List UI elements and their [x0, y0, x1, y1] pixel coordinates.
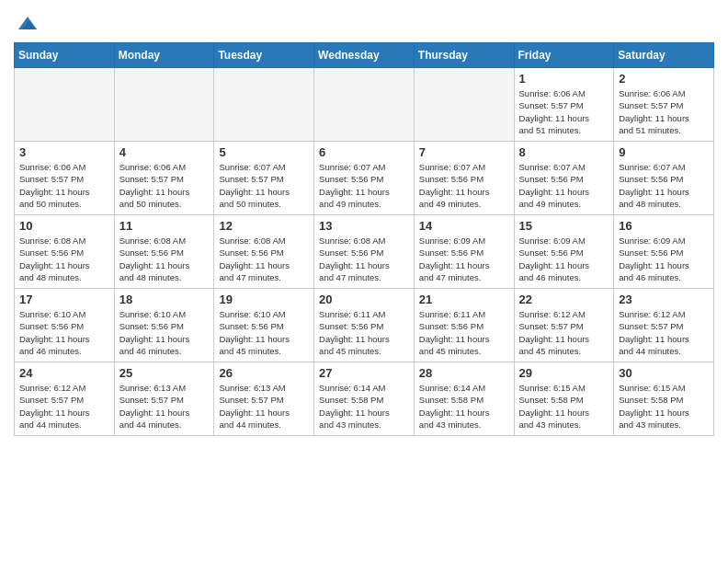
- day-number: 29: [519, 366, 609, 380]
- day-number: 13: [319, 219, 409, 233]
- day-number: 5: [219, 145, 309, 159]
- day-info: Sunrise: 6:15 AMSunset: 5:58 PMDaylight:…: [619, 382, 709, 431]
- calendar-cell: 18Sunrise: 6:10 AMSunset: 5:56 PMDayligh…: [114, 289, 214, 362]
- day-info: Sunrise: 6:11 AMSunset: 5:56 PMDaylight:…: [419, 308, 509, 357]
- day-info: Sunrise: 6:12 AMSunset: 5:57 PMDaylight:…: [619, 308, 709, 357]
- day-number: 27: [319, 366, 409, 380]
- day-info: Sunrise: 6:11 AMSunset: 5:56 PMDaylight:…: [319, 308, 409, 357]
- day-info: Sunrise: 6:07 AMSunset: 5:56 PMDaylight:…: [519, 161, 609, 210]
- calendar-cell: [414, 68, 514, 142]
- calendar-cell: 29Sunrise: 6:15 AMSunset: 5:58 PMDayligh…: [514, 362, 614, 436]
- calendar-cell: 1Sunrise: 6:06 AMSunset: 5:57 PMDaylight…: [514, 68, 614, 142]
- day-info: Sunrise: 6:09 AMSunset: 5:56 PMDaylight:…: [519, 235, 609, 283]
- day-number: 14: [419, 219, 509, 233]
- calendar-cell: 20Sunrise: 6:11 AMSunset: 5:56 PMDayligh…: [314, 289, 415, 362]
- day-number: 3: [19, 145, 109, 159]
- day-info: Sunrise: 6:14 AMSunset: 5:58 PMDaylight:…: [419, 382, 509, 431]
- day-info: Sunrise: 6:08 AMSunset: 5:56 PMDaylight:…: [319, 235, 409, 283]
- day-info: Sunrise: 6:12 AMSunset: 5:57 PMDaylight:…: [19, 382, 109, 431]
- weekday-header: Wednesday: [314, 43, 415, 68]
- calendar-cell: 3Sunrise: 6:06 AMSunset: 5:57 PMDaylight…: [15, 142, 115, 215]
- calendar-cell: 27Sunrise: 6:14 AMSunset: 5:58 PMDayligh…: [314, 362, 415, 436]
- day-info: Sunrise: 6:08 AMSunset: 5:56 PMDaylight:…: [119, 235, 210, 283]
- calendar-cell: 16Sunrise: 6:09 AMSunset: 5:56 PMDayligh…: [614, 215, 714, 289]
- day-info: Sunrise: 6:09 AMSunset: 5:56 PMDaylight:…: [419, 235, 509, 283]
- day-number: 7: [419, 145, 509, 159]
- calendar-cell: [214, 68, 314, 142]
- calendar-cell: [314, 68, 415, 142]
- day-info: Sunrise: 6:06 AMSunset: 5:57 PMDaylight:…: [19, 161, 109, 210]
- calendar-cell: 6Sunrise: 6:07 AMSunset: 5:56 PMDaylight…: [314, 142, 415, 215]
- calendar-cell: 19Sunrise: 6:10 AMSunset: 5:56 PMDayligh…: [214, 289, 314, 362]
- day-info: Sunrise: 6:07 AMSunset: 5:56 PMDaylight:…: [419, 161, 509, 210]
- day-number: 4: [119, 145, 210, 159]
- calendar-week-row: 17Sunrise: 6:10 AMSunset: 5:56 PMDayligh…: [15, 289, 714, 362]
- day-info: Sunrise: 6:10 AMSunset: 5:56 PMDaylight:…: [19, 308, 109, 357]
- day-info: Sunrise: 6:15 AMSunset: 5:58 PMDaylight:…: [519, 382, 609, 431]
- weekday-header: Friday: [514, 43, 614, 68]
- calendar-cell: 11Sunrise: 6:08 AMSunset: 5:56 PMDayligh…: [114, 215, 214, 289]
- calendar-header-row: SundayMondayTuesdayWednesdayThursdayFrid…: [15, 43, 714, 68]
- day-info: Sunrise: 6:08 AMSunset: 5:56 PMDaylight:…: [19, 235, 109, 283]
- weekday-header: Tuesday: [214, 43, 314, 68]
- calendar-cell: 13Sunrise: 6:08 AMSunset: 5:56 PMDayligh…: [314, 215, 415, 289]
- calendar-cell: 24Sunrise: 6:12 AMSunset: 5:57 PMDayligh…: [15, 362, 115, 436]
- calendar-cell: [114, 68, 214, 142]
- day-info: Sunrise: 6:13 AMSunset: 5:57 PMDaylight:…: [119, 382, 210, 431]
- day-number: 12: [219, 219, 309, 233]
- day-info: Sunrise: 6:07 AMSunset: 5:56 PMDaylight:…: [619, 161, 709, 210]
- calendar-cell: 14Sunrise: 6:09 AMSunset: 5:56 PMDayligh…: [414, 215, 514, 289]
- calendar-cell: [15, 68, 115, 142]
- calendar-cell: 10Sunrise: 6:08 AMSunset: 5:56 PMDayligh…: [15, 215, 115, 289]
- calendar-cell: 12Sunrise: 6:08 AMSunset: 5:56 PMDayligh…: [214, 215, 314, 289]
- calendar-cell: 26Sunrise: 6:13 AMSunset: 5:57 PMDayligh…: [214, 362, 314, 436]
- day-info: Sunrise: 6:07 AMSunset: 5:57 PMDaylight:…: [219, 161, 309, 210]
- day-number: 1: [519, 72, 609, 86]
- calendar-cell: 21Sunrise: 6:11 AMSunset: 5:56 PMDayligh…: [414, 289, 514, 362]
- day-info: Sunrise: 6:09 AMSunset: 5:56 PMDaylight:…: [619, 235, 709, 283]
- day-number: 16: [619, 219, 709, 233]
- day-info: Sunrise: 6:10 AMSunset: 5:56 PMDaylight:…: [219, 308, 309, 357]
- day-info: Sunrise: 6:07 AMSunset: 5:56 PMDaylight:…: [319, 161, 409, 210]
- day-number: 2: [619, 72, 709, 86]
- day-number: 11: [119, 219, 210, 233]
- day-number: 10: [19, 219, 109, 233]
- day-number: 6: [319, 145, 409, 159]
- calendar-cell: 7Sunrise: 6:07 AMSunset: 5:56 PMDaylight…: [414, 142, 514, 215]
- day-info: Sunrise: 6:06 AMSunset: 5:57 PMDaylight:…: [619, 87, 709, 136]
- day-number: 8: [519, 145, 609, 159]
- calendar-cell: 2Sunrise: 6:06 AMSunset: 5:57 PMDaylight…: [614, 68, 714, 142]
- calendar-cell: 5Sunrise: 6:07 AMSunset: 5:57 PMDaylight…: [214, 142, 314, 215]
- calendar-week-row: 3Sunrise: 6:06 AMSunset: 5:57 PMDaylight…: [15, 142, 714, 215]
- day-number: 17: [19, 293, 109, 306]
- calendar-week-row: 10Sunrise: 6:08 AMSunset: 5:56 PMDayligh…: [15, 215, 714, 289]
- day-info: Sunrise: 6:08 AMSunset: 5:56 PMDaylight:…: [219, 235, 309, 283]
- calendar-cell: 8Sunrise: 6:07 AMSunset: 5:56 PMDaylight…: [514, 142, 614, 215]
- day-number: 24: [19, 366, 109, 380]
- day-number: 28: [419, 366, 509, 380]
- page: SundayMondayTuesdayWednesdayThursdayFrid…: [0, 0, 728, 445]
- calendar-cell: 22Sunrise: 6:12 AMSunset: 5:57 PMDayligh…: [514, 289, 614, 362]
- day-number: 21: [419, 293, 509, 306]
- weekday-header: Monday: [114, 43, 214, 68]
- day-number: 25: [119, 366, 210, 380]
- day-info: Sunrise: 6:06 AMSunset: 5:57 PMDaylight:…: [519, 87, 609, 136]
- day-number: 30: [619, 366, 709, 380]
- day-number: 18: [119, 293, 210, 306]
- day-number: 20: [319, 293, 409, 306]
- day-number: 9: [619, 145, 709, 159]
- calendar-week-row: 24Sunrise: 6:12 AMSunset: 5:57 PMDayligh…: [15, 362, 714, 436]
- weekday-header: Thursday: [414, 43, 514, 68]
- calendar-cell: 9Sunrise: 6:07 AMSunset: 5:56 PMDaylight…: [614, 142, 714, 215]
- weekday-header: Sunday: [15, 43, 115, 68]
- weekday-header: Saturday: [614, 43, 714, 68]
- calendar-cell: 25Sunrise: 6:13 AMSunset: 5:57 PMDayligh…: [114, 362, 214, 436]
- calendar-cell: 15Sunrise: 6:09 AMSunset: 5:56 PMDayligh…: [514, 215, 614, 289]
- calendar-week-row: 1Sunrise: 6:06 AMSunset: 5:57 PMDaylight…: [15, 68, 714, 142]
- calendar-cell: 28Sunrise: 6:14 AMSunset: 5:58 PMDayligh…: [414, 362, 514, 436]
- header: [14, 9, 714, 35]
- day-number: 23: [619, 293, 709, 306]
- logo: [14, 17, 39, 35]
- calendar-cell: 17Sunrise: 6:10 AMSunset: 5:56 PMDayligh…: [15, 289, 115, 362]
- day-number: 15: [519, 219, 609, 233]
